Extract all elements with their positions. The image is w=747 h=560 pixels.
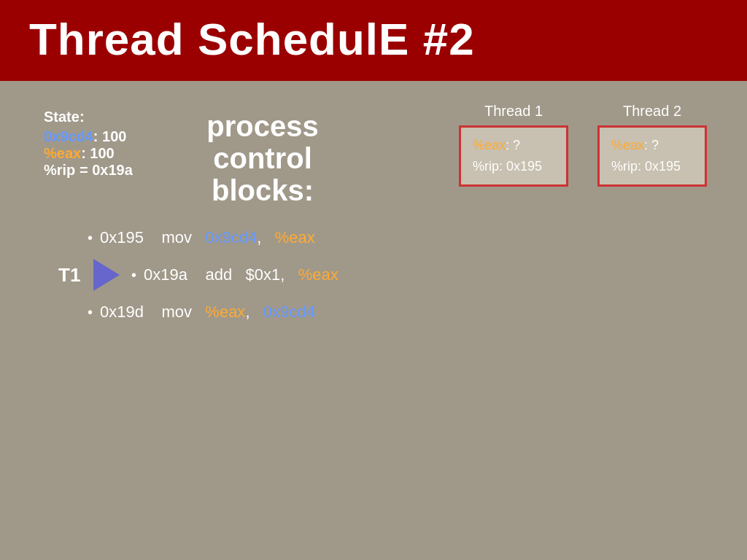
pcb-line3: blocks: [190,174,336,206]
verb-2: add [205,265,232,284]
thread2-rip: %rip: 0x195 [611,156,693,177]
thread1-rip-text: %rip: 0x195 [473,159,542,174]
arg2-1: %eax [275,228,315,246]
thread1-eax: %eax: ? [473,135,554,156]
state-eax: %eax [44,145,81,161]
pcb-line2: control [190,142,336,174]
thread2-rip-text: %rip: 0x195 [611,159,681,174]
bullet-3: • [88,304,93,321]
instr-3: 0x19d mov %eax, 0x9cd4 [100,303,315,322]
thread-columns: Thread 1 %eax: ? %rip: 0x195 Thread 2 %e… [455,103,711,187]
state-addr-suffix: : 100 [93,128,127,144]
addr-3: 0x19d [100,303,144,321]
addr-2: 0x19a [144,265,187,284]
state-line3: %rip = 0x19a [44,162,175,179]
state-eax-val: : 100 [81,145,115,161]
thread2-box: %eax: ? %rip: 0x195 [597,125,707,187]
instr-1: 0x195 mov 0x9cd4, %eax [100,228,315,247]
thread2-eax: %eax: ? [611,135,693,156]
bullet-2: • [131,267,136,284]
thread2-title: Thread 2 [623,103,681,120]
arg2-3: 0x9cd4 [263,303,315,321]
thread1-eax-label: %eax [473,138,506,152]
state-label: State: [44,109,175,125]
instructions-section: • 0x195 mov 0x9cd4, %eax T1 • 0x19a add [58,228,711,333]
thread1-column: Thread 1 %eax: ? %rip: 0x195 [455,103,572,187]
page-title: Thread SchedulE #2 [29,14,475,64]
pcb-label: process control blocks: [190,103,336,206]
t1-label: T1 [58,264,88,287]
state-block: State: 0x9cd4: 100 %eax: 100 %rip = 0x19… [44,103,175,179]
state-line2: %eax: 100 [44,145,175,162]
thread1-eax-val: : ? [506,138,520,152]
pcb-line1: process [190,110,336,142]
arg1-2: $0x1, [245,265,285,284]
thread1-box: %eax: ? %rip: 0x195 [459,125,568,187]
arg1-1: 0x9cd4 [205,228,257,246]
state-line1: 0x9cd4: 100 [44,128,175,145]
thread2-column: Thread 2 %eax: ? %rip: 0x195 [594,103,711,187]
instr-row-1: • 0x195 mov 0x9cd4, %eax [58,228,711,247]
addr-1: 0x195 [100,228,144,246]
instr-row-2-wrapper: T1 • 0x19a add $0x1, %eax [58,259,711,291]
main-content: State: 0x9cd4: 100 %eax: 100 %rip = 0x19… [0,81,747,348]
verb-1: mov [161,228,192,246]
thread1-rip: %rip: 0x195 [473,156,554,177]
thread2-eax-label: %eax [611,138,644,152]
arg1-3: %eax [205,303,245,321]
arg2-2: %eax [298,265,338,284]
top-row: State: 0x9cd4: 100 %eax: 100 %rip = 0x19… [44,103,711,206]
instr-row-3: • 0x19d mov %eax, 0x9cd4 [58,303,711,322]
instr-2: 0x19a add $0x1, %eax [144,265,338,284]
thread1-title: Thread 1 [484,103,543,120]
header: Thread SchedulE #2 [0,0,747,81]
t1-arrow-icon [93,259,120,291]
bullet-1: • [88,230,93,246]
state-addr: 0x9cd4 [44,128,93,144]
thread2-eax-val: : ? [644,138,659,152]
verb-3: mov [161,303,192,321]
